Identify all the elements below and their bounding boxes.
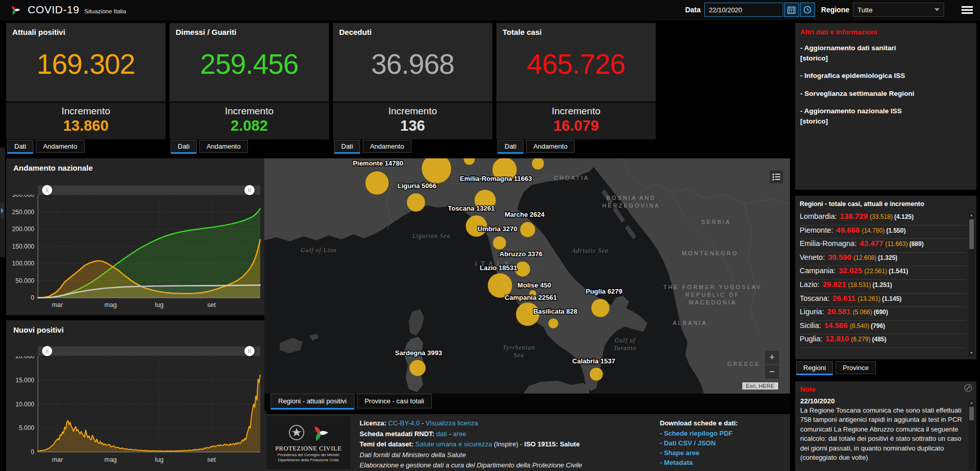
map-bubble-label: Puglia 6279 — [586, 288, 622, 295]
map-layers-button[interactable] — [769, 170, 784, 184]
increment-value: 16.079 — [496, 117, 656, 134]
calendar-icon — [787, 6, 796, 14]
region-row: Sicilia:14.586(8.540)(796) — [800, 321, 966, 335]
calendar-button[interactable] — [784, 3, 799, 17]
time-range-slider[interactable] — [38, 346, 260, 356]
map-label: MACEDONIA — [689, 299, 737, 305]
card-totale-casi: Totale casi 465.726 Incremento 16.079 — [496, 23, 656, 139]
map-label: Gulf of Lion — [301, 247, 337, 254]
map-bubble[interactable] — [515, 261, 530, 277]
scrollbar-thumb[interactable] — [969, 407, 974, 420]
tab-province[interactable]: Province — [836, 361, 876, 374]
map-label: MONTENEGRO — [682, 250, 738, 256]
map-bubble-label: Basilicata 828 — [533, 308, 577, 315]
collapsed-side-panel — [0, 148, 5, 257]
tab-dati[interactable]: Dati — [7, 140, 33, 154]
map-bubble[interactable] — [532, 158, 544, 170]
tab-dati[interactable]: Dati — [171, 140, 197, 154]
increment-label: Incremento — [6, 106, 165, 117]
italy-map[interactable]: CROATIABOSNIA ANDHERZEGOVINASERBIAMONTEN… — [264, 158, 790, 394]
map-label: Sea — [514, 352, 524, 359]
card-increment-section: Incremento 136 — [333, 101, 492, 139]
svg-text:5.000: 5.000 — [19, 424, 34, 432]
download-link[interactable]: - Schede riepilogo PDF — [660, 428, 738, 438]
scroll-up-icon[interactable]: ▲ — [968, 400, 975, 406]
license-line: Scheda metadati RNDT: dati - aree — [360, 429, 582, 440]
license-link[interactable]: Visualizza licenza — [426, 419, 478, 427]
info-link[interactable]: - Sorveglianza settimanale Regioni — [800, 89, 971, 99]
card-title: Attuali positivi — [6, 23, 165, 36]
map-zoom-control: + − — [764, 350, 780, 379]
slider-handle-left[interactable] — [42, 185, 52, 195]
tab-regioni[interactable]: Regioni — [796, 361, 833, 375]
map-bubble[interactable] — [591, 299, 610, 317]
map-bubble[interactable] — [407, 193, 425, 212]
svg-text:100.000: 100.000 — [12, 260, 35, 267]
map-bubble[interactable] — [493, 236, 506, 250]
map-bubble-label: Umbria 3270 — [477, 225, 517, 233]
date-label: Data — [685, 6, 700, 14]
note-scrollbar[interactable]: ▲ — [968, 400, 975, 469]
zoom-out-button[interactable]: − — [765, 365, 779, 379]
tab-province-casi-totali[interactable]: Province - casi totali — [357, 394, 432, 408]
regioni-scrollbar[interactable]: ▲ ▼ — [968, 212, 975, 356]
page-title: COVID-19 — [28, 4, 79, 16]
tab-andamento[interactable]: Andamento — [526, 140, 575, 153]
info-link[interactable]: - Aggiornamento nazionale ISS[storico] — [800, 106, 971, 126]
license-link[interactable]: dati — [436, 430, 447, 438]
info-link[interactable]: - Aggiornamento dati sanitari[storico] — [800, 43, 971, 63]
region-row: Lazio:29.621(18.531)(1.251) — [800, 280, 966, 294]
map-bubble[interactable] — [409, 360, 426, 376]
scroll-down-icon[interactable]: ▼ — [968, 350, 975, 356]
tab-regioni-attuali-positivi[interactable]: Regioni - attuali positivi — [270, 394, 355, 409]
svg-text:set: set — [207, 301, 216, 309]
license-link[interactable]: Salute umana e sicurezza — [415, 440, 492, 448]
slider-handle-right[interactable] — [244, 346, 255, 356]
map-bubble-label: Liguria 5066 — [398, 182, 436, 190]
panel-expander-button[interactable] — [0, 203, 5, 218]
card-value: 169.302 — [6, 48, 165, 80]
card-increment-section: Incremento 13.860 — [6, 101, 165, 139]
download-link[interactable]: - Metadata — [660, 458, 738, 467]
menu-button[interactable] — [962, 5, 973, 15]
tab-dati[interactable]: Dati — [334, 140, 360, 154]
logo-subtitle-2: Dipartimento della Protezione Civile — [278, 458, 339, 462]
svg-text:150.000: 150.000 — [12, 243, 35, 250]
svg-text:50.000: 50.000 — [15, 277, 34, 284]
date-input[interactable] — [704, 3, 783, 17]
tab-andamento[interactable]: Andamento — [36, 140, 85, 153]
svg-text:250.000: 250.000 — [12, 209, 35, 216]
slider-handle-left[interactable] — [42, 346, 52, 356]
map-label: HERZEGOVINA — [602, 202, 660, 209]
map-label: CROATIA — [554, 175, 589, 181]
regioni-list-title: Regioni - totale casi, attuali e increme… — [795, 196, 976, 208]
download-link[interactable]: - Dati CSV / JSON — [660, 438, 738, 448]
card-tabs-attuali: Dati Andamento — [7, 140, 87, 155]
map-bubble[interactable] — [365, 171, 389, 195]
license-link[interactable]: CC-BY-4.0 — [388, 419, 420, 427]
regione-select[interactable]: Tutte — [853, 3, 944, 17]
time-range-slider[interactable] — [38, 186, 260, 195]
card-deceduti: Deceduti 36.968 Incremento 136 — [333, 23, 492, 139]
map-bubble[interactable] — [520, 222, 535, 237]
time-button[interactable] — [800, 3, 815, 17]
zoom-in-button[interactable]: + — [765, 351, 779, 365]
tab-andamento[interactable]: Andamento — [363, 140, 411, 153]
map-bubble[interactable] — [548, 318, 558, 329]
map-bubble[interactable] — [590, 367, 603, 381]
scroll-up-icon[interactable]: ▲ — [968, 212, 975, 218]
tab-dati[interactable]: Dati — [497, 140, 524, 154]
svg-text:300.000: 300.000 — [12, 195, 35, 198]
slider-handle-right[interactable] — [244, 185, 255, 195]
increment-label: Incremento — [496, 106, 656, 117]
tab-andamento[interactable]: Andamento — [199, 140, 248, 153]
svg-text:200.000: 200.000 — [12, 226, 35, 233]
expand-icon[interactable] — [964, 384, 972, 392]
info-link[interactable]: - Infografica epidemiologica ISS — [800, 71, 971, 81]
license-link[interactable]: aree — [453, 430, 466, 438]
download-link[interactable]: - Shape aree — [660, 448, 738, 458]
scrollbar-thumb[interactable] — [969, 219, 974, 249]
note-date: 22/10/2020 — [795, 393, 976, 405]
increment-value: 136 — [333, 117, 492, 134]
map-attribution: Esri, HERE — [742, 382, 778, 390]
